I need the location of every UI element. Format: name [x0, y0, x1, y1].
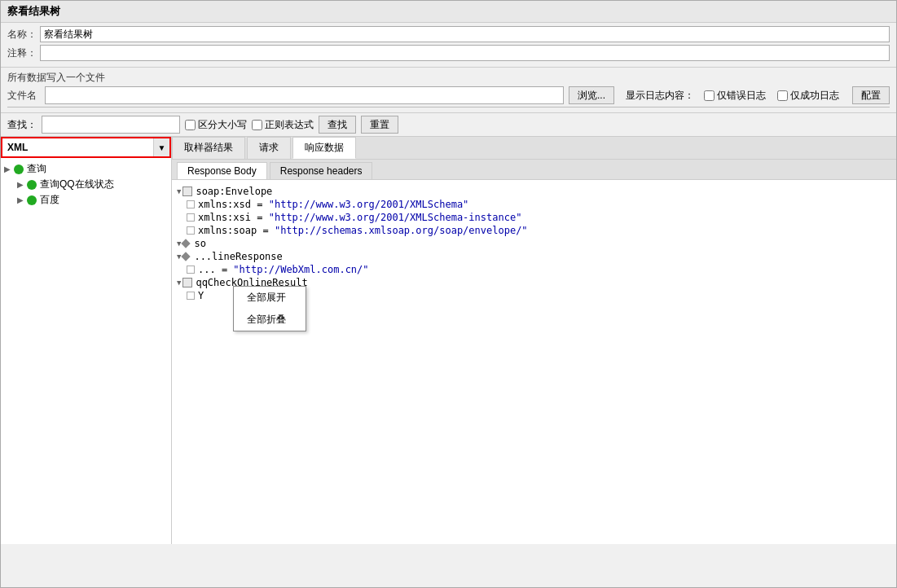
- search-label: 查找：: [7, 118, 37, 132]
- main-window: 察看结果树 名称： 注释： 所有数据写入一个文件 文件名 浏览... 显示日志内…: [0, 0, 897, 588]
- comment-label: 注释：: [7, 46, 40, 60]
- xml-selector-dropdown[interactable]: ▼: [153, 138, 169, 156]
- search-input[interactable]: [42, 116, 180, 134]
- list-item[interactable]: ▶ 查询QQ在线状态: [4, 177, 168, 192]
- comment-input[interactable]: [40, 45, 890, 61]
- list-item[interactable]: ▶ 查询: [4, 161, 168, 177]
- error-log-label: 仅错误日志: [717, 89, 766, 103]
- filename-input[interactable]: [45, 86, 564, 104]
- error-log-checkbox-label: 仅错误日志: [704, 89, 766, 103]
- diamond-icon: [182, 252, 191, 261]
- browse-button[interactable]: 浏览...: [569, 86, 614, 104]
- success-log-label: 仅成功日志: [790, 89, 839, 103]
- show-log-label: 显示日志内容：: [626, 89, 694, 103]
- success-log-checkbox[interactable]: [777, 90, 788, 101]
- window-title: 察看结果树: [7, 5, 60, 17]
- node-text: ...lineResponse: [194, 251, 282, 262]
- file-icon: [187, 200, 195, 208]
- comment-row: 注释：: [7, 45, 890, 61]
- xml-node: xmlns:soap = "http://schemas.xmlsoap.org…: [177, 224, 891, 237]
- xml-node: xmlns:xsi = "http://www.w3.org/2001/XMLS…: [177, 211, 891, 224]
- error-log-checkbox[interactable]: [704, 90, 715, 101]
- right-panel: 取样器结果 请求 响应数据 Response Body Response hea…: [172, 137, 896, 544]
- xml-node: ▼ soap:Envelope: [177, 185, 891, 198]
- divider: [7, 107, 890, 108]
- regex-label: 正则表达式: [252, 118, 314, 132]
- regex-text: 正则表达式: [265, 118, 314, 132]
- item-label: 百度: [40, 193, 59, 207]
- file-icon: [187, 213, 195, 222]
- name-input[interactable]: [40, 26, 890, 42]
- node-text: xmlns:xsd = "http://www.w3.org/2001/XMLS…: [198, 199, 468, 210]
- left-panel: XML ▼ ▶ 查询 ▶ 查询QQ在线状态 ▶ 百度: [1, 137, 172, 544]
- success-log-checkbox-label: 仅成功日志: [777, 89, 839, 103]
- toolbar: 查找： 区分大小写 正则表达式 查找 重置: [1, 113, 896, 137]
- expand-icon[interactable]: ▼: [177, 187, 181, 195]
- xml-tree: ▼ soap:Envelope xmlns:xsd = "http://www.…: [177, 185, 891, 302]
- content-area: ▼ soap:Envelope xmlns:xsd = "http://www.…: [172, 180, 896, 544]
- title-bar: 察看结果树: [1, 1, 896, 23]
- file-icon: [187, 292, 195, 300]
- main-tabs: 取样器结果 请求 响应数据: [172, 137, 896, 160]
- regex-checkbox[interactable]: [252, 120, 262, 130]
- status-success-icon: [27, 195, 37, 205]
- item-label: 查询: [27, 162, 46, 176]
- node-text: Y: [198, 290, 204, 301]
- all-data-label: 所有数据写入一个文件: [7, 71, 890, 85]
- node-text: ... = "http://WebXml.com.cn/": [198, 264, 369, 275]
- folder-icon: [182, 186, 192, 196]
- xml-selector-label: XML: [2, 142, 153, 153]
- case-sensitive-label: 区分大小写: [185, 118, 247, 132]
- node-text: soap:Envelope: [196, 186, 272, 197]
- config-button[interactable]: 配置: [852, 86, 890, 104]
- reset-button[interactable]: 重置: [361, 116, 398, 134]
- name-row: 名称：: [7, 26, 890, 42]
- list-item[interactable]: ▶ 百度: [4, 192, 168, 208]
- sub-tab-response-body[interactable]: Response Body: [177, 162, 267, 179]
- expand-icon[interactable]: ▼: [177, 279, 181, 287]
- tab-response-data[interactable]: 响应数据: [292, 137, 356, 159]
- context-menu-expand-all[interactable]: 全部展开: [234, 287, 306, 309]
- node-text: xmlns:xsi = "http://www.w3.org/2001/XMLS…: [198, 212, 521, 223]
- case-sensitive-checkbox[interactable]: [185, 120, 196, 130]
- file-icon: [187, 226, 195, 235]
- status-success-icon: [14, 165, 24, 174]
- status-success-icon: [27, 180, 37, 190]
- sub-tab-response-headers[interactable]: Response headers: [270, 162, 373, 179]
- all-data-section: 所有数据写入一个文件 文件名 浏览... 显示日志内容： 仅错误日志 仅成功日志…: [1, 68, 896, 113]
- filename-label: 文件名: [7, 89, 40, 103]
- tab-sampler-result[interactable]: 取样器结果: [172, 137, 245, 159]
- node-text: xmlns:soap = "http://schemas.xmlsoap.org…: [198, 225, 528, 236]
- xml-node: ▼ so: [177, 237, 891, 250]
- main-area: XML ▼ ▶ 查询 ▶ 查询QQ在线状态 ▶ 百度: [1, 137, 896, 544]
- file-icon: [187, 265, 195, 274]
- file-row: 文件名 浏览... 显示日志内容： 仅错误日志 仅成功日志 配置: [7, 86, 890, 104]
- tab-request[interactable]: 请求: [247, 137, 291, 159]
- diamond-icon: [182, 239, 191, 248]
- find-button[interactable]: 查找: [319, 116, 356, 134]
- xml-node: ... = "http://WebXml.com.cn/": [177, 263, 891, 276]
- node-text: so: [194, 238, 205, 249]
- sub-tabs: Response Body Response headers: [172, 160, 896, 180]
- context-menu: 全部展开 全部折叠: [233, 286, 306, 331]
- form-section: 名称： 注释：: [1, 23, 896, 68]
- tree-area: ▶ 查询 ▶ 查询QQ在线状态 ▶ 百度: [1, 158, 171, 544]
- xml-node: xmlns:xsd = "http://www.w3.org/2001/XMLS…: [177, 198, 891, 211]
- item-label: 查询QQ在线状态: [40, 178, 114, 191]
- folder-icon: [182, 278, 192, 287]
- context-menu-collapse-all[interactable]: 全部折叠: [234, 309, 306, 331]
- case-sensitive-text: 区分大小写: [198, 118, 247, 132]
- xml-node: ▼ ...lineResponse: [177, 250, 891, 263]
- name-label: 名称：: [7, 28, 40, 42]
- left-panel-header: XML ▼: [1, 137, 171, 158]
